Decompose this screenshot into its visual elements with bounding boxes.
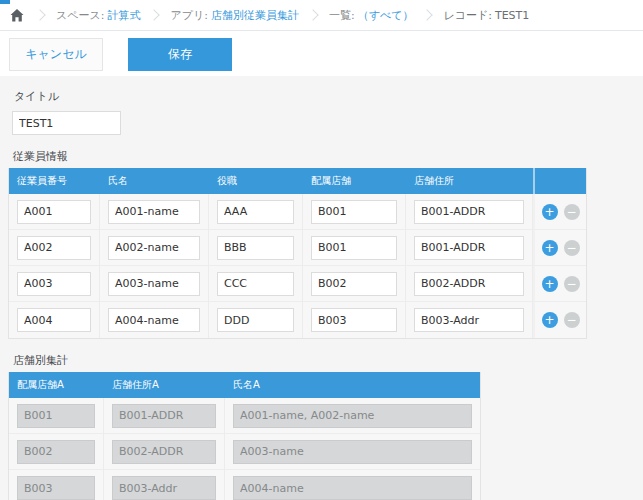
employee-store-address-input[interactable] — [414, 236, 524, 260]
breadcrumb-view: 一覧: （すべて） — [329, 8, 414, 23]
employee-table-header: 従業員番号 氏名 役職 配属店舗 店舗住所 — [9, 168, 586, 194]
column-header-store-a: 配属店舗A — [9, 372, 104, 398]
store-address-a-readonly — [112, 404, 216, 428]
breadcrumb-space: スペース: 計算式 — [56, 8, 140, 23]
column-header-name: 氏名 — [100, 168, 209, 194]
remove-row-button[interactable]: − — [564, 240, 580, 256]
home-icon[interactable] — [10, 9, 24, 22]
breadcrumb-separator-icon — [149, 9, 160, 20]
employee-role-input[interactable] — [217, 236, 294, 260]
names-a-readonly — [233, 476, 472, 500]
breadcrumb-space-link[interactable]: 計算式 — [107, 8, 140, 23]
store-table-label: 店舗別集計 — [13, 353, 643, 368]
column-header-names-a: 氏名A — [225, 372, 480, 398]
add-row-button[interactable]: + — [542, 204, 558, 220]
add-row-button[interactable]: + — [542, 312, 558, 328]
employee-table-row: + − — [9, 194, 586, 230]
column-header-employee-no: 従業員番号 — [9, 168, 100, 194]
store-table: 配属店舗A 店舗住所A 氏名A — [8, 372, 481, 500]
store-a-readonly — [17, 476, 95, 500]
employee-table: 従業員番号 氏名 役職 配属店舗 店舗住所 + − + — [8, 168, 587, 339]
employee-store-input[interactable] — [311, 236, 397, 260]
remove-row-button[interactable]: − — [564, 312, 580, 328]
remove-row-button[interactable]: − — [564, 276, 580, 292]
employee-no-input[interactable] — [17, 200, 91, 224]
breadcrumb-app: アプリ: 店舗別従業員集計 — [170, 8, 298, 23]
employee-no-input[interactable] — [17, 272, 91, 296]
employee-no-input[interactable] — [17, 308, 91, 332]
store-table-row — [9, 470, 480, 500]
breadcrumb-space-prefix: スペース: — [56, 8, 104, 23]
breadcrumb-record-prefix: レコード: — [443, 8, 491, 23]
toolbar: キャンセル 保存 — [0, 31, 643, 76]
employee-name-input[interactable] — [108, 236, 200, 260]
breadcrumb-separator-icon — [422, 9, 433, 20]
breadcrumb-view-prefix: 一覧: — [329, 8, 355, 23]
cancel-button[interactable]: キャンセル — [9, 38, 103, 71]
add-row-button[interactable]: + — [542, 276, 558, 292]
employee-table-label: 従業員情報 — [13, 149, 643, 164]
employee-store-input[interactable] — [311, 200, 397, 224]
breadcrumb-separator-icon — [34, 9, 45, 20]
employee-role-input[interactable] — [217, 272, 294, 296]
names-a-readonly — [233, 440, 472, 464]
breadcrumb-view-link[interactable]: （すべて） — [358, 8, 414, 23]
employee-table-row: + − — [9, 230, 586, 266]
employee-name-input[interactable] — [108, 200, 200, 224]
window-corner-accent — [0, 0, 10, 4]
title-input[interactable] — [12, 111, 121, 135]
store-a-readonly — [17, 440, 95, 464]
employee-role-input[interactable] — [217, 308, 294, 332]
employee-no-input[interactable] — [17, 236, 91, 260]
breadcrumb: スペース: 計算式 アプリ: 店舗別従業員集計 一覧: （すべて） レコード: … — [0, 0, 643, 31]
employee-name-input[interactable] — [108, 272, 200, 296]
column-header-role: 役職 — [209, 168, 303, 194]
breadcrumb-app-prefix: アプリ: — [170, 8, 207, 23]
employee-store-address-input[interactable] — [414, 272, 524, 296]
employee-store-input[interactable] — [311, 308, 397, 332]
remove-row-button[interactable]: − — [564, 204, 580, 220]
employee-table-row: + − — [9, 266, 586, 302]
store-address-a-readonly — [112, 476, 216, 500]
employee-store-address-input[interactable] — [414, 308, 524, 332]
column-header-store: 配属店舗 — [303, 168, 406, 194]
record-edit-form: タイトル 従業員情報 従業員番号 氏名 役職 配属店舗 店舗住所 + − — [0, 76, 643, 500]
store-table-header: 配属店舗A 店舗住所A 氏名A — [9, 372, 480, 398]
employee-role-input[interactable] — [217, 200, 294, 224]
add-row-button[interactable]: + — [542, 240, 558, 256]
employee-store-input[interactable] — [311, 272, 397, 296]
title-field-label: タイトル — [14, 89, 643, 104]
store-table-row — [9, 398, 480, 434]
save-button[interactable]: 保存 — [128, 38, 232, 71]
breadcrumb-record: レコード: TEST1 — [443, 8, 529, 23]
employee-table-row: + − — [9, 302, 586, 338]
column-header-store-address-a: 店舗住所A — [104, 372, 225, 398]
store-table-row — [9, 434, 480, 470]
employee-store-address-input[interactable] — [414, 200, 524, 224]
column-header-store-address: 店舗住所 — [406, 168, 533, 194]
breadcrumb-record-value: TEST1 — [495, 9, 529, 22]
employee-name-input[interactable] — [108, 308, 200, 332]
store-address-a-readonly — [112, 440, 216, 464]
column-header-actions — [533, 168, 586, 194]
breadcrumb-separator-icon — [307, 9, 318, 20]
store-a-readonly — [17, 404, 95, 428]
breadcrumb-app-link[interactable]: 店舗別従業員集計 — [211, 8, 299, 23]
names-a-readonly — [233, 404, 472, 428]
